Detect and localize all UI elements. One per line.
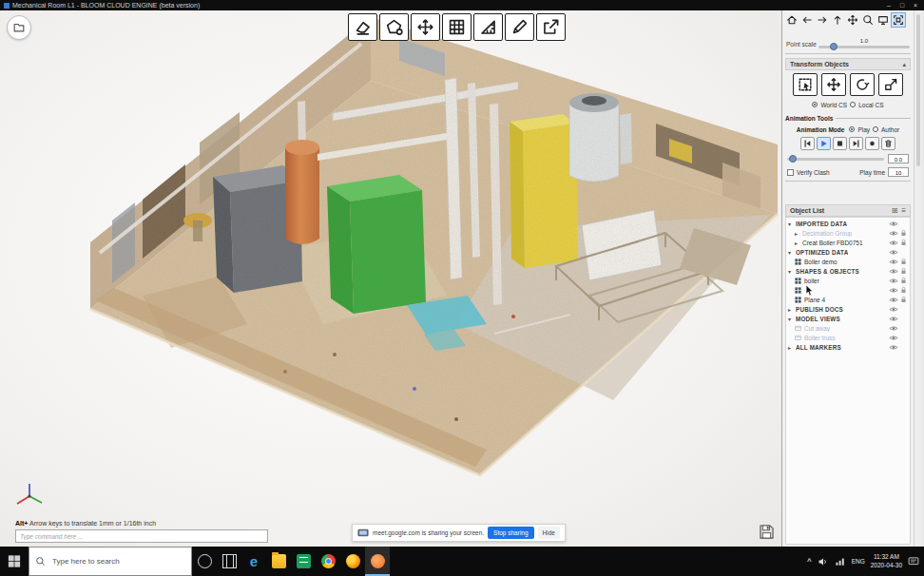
visibility-eye-icon[interactable] (889, 249, 898, 256)
arrow-right-button[interactable] (816, 13, 829, 27)
network-icon[interactable] (835, 556, 846, 567)
scrollbar-thumb[interactable] (916, 14, 920, 166)
visibility-eye-icon[interactable] (889, 278, 898, 284)
action-center-icon[interactable] (908, 556, 919, 567)
tree-row-decimation-group[interactable]: ▸Decimation Group (786, 228, 910, 238)
close-button[interactable]: × (909, 0, 922, 10)
rotate-object-button[interactable] (850, 73, 875, 96)
record-button[interactable] (865, 137, 879, 150)
arrow-left-button[interactable] (800, 13, 814, 27)
tree-row-boiler-truss[interactable]: Boiler truss (786, 333, 910, 342)
caret-right-icon[interactable]: ▸ (788, 344, 795, 351)
tree-row-all-markers[interactable]: ▸ALL MARKERS (786, 342, 910, 352)
timeline-slider[interactable] (787, 158, 884, 161)
caret-right-icon[interactable]: ▸ (795, 240, 801, 246)
panel-scrollbar[interactable] (914, 10, 922, 547)
verify-clash-checkbox[interactable] (787, 169, 794, 176)
tree-row-publish-docs[interactable]: ▸PUBLISH DOCS (786, 304, 910, 314)
save-button[interactable] (758, 523, 776, 541)
taskbar-firefox-button[interactable] (340, 547, 365, 576)
visibility-eye-icon[interactable] (889, 335, 898, 341)
tray-expand-icon[interactable]: ^ (807, 557, 812, 566)
taskbar-bloom-app-button[interactable] (365, 547, 390, 576)
lasso-shape-button[interactable] (379, 13, 409, 41)
taskbar-cortana-button[interactable] (192, 547, 217, 576)
list-menu-icon[interactable]: ≡ (901, 205, 906, 216)
arrow-up-button[interactable] (831, 13, 844, 27)
point-scale-slider[interactable] (818, 46, 910, 48)
measure-button[interactable] (473, 13, 503, 41)
skip-start-button[interactable] (800, 137, 815, 150)
move-button[interactable] (411, 13, 440, 41)
tree-row-imported-data[interactable]: ▾IMPORTED DATA (786, 219, 910, 228)
lock-icon[interactable] (900, 296, 907, 303)
move-object-button[interactable] (821, 73, 846, 96)
visibility-eye-icon[interactable] (889, 240, 898, 246)
scale-object-button[interactable] (878, 73, 903, 96)
transform-objects-header[interactable]: Transform Objects ▴ (785, 58, 911, 70)
lock-icon[interactable] (900, 258, 907, 265)
taskbar-task-view-button[interactable] (217, 547, 241, 576)
play-mode-radio[interactable] (849, 126, 855, 132)
author-mode-radio[interactable] (873, 126, 878, 132)
timeline-value[interactable]: 0.0 (888, 154, 909, 163)
point-cloud-scene[interactable] (0, 10, 781, 547)
command-input[interactable] (15, 529, 268, 543)
visibility-eye-icon[interactable] (889, 297, 898, 303)
zoom-button[interactable] (861, 13, 875, 27)
screen-button[interactable] (876, 13, 890, 27)
start-button[interactable] (0, 547, 29, 576)
world-cs-radio[interactable] (812, 102, 818, 107)
caret-down-icon[interactable]: ▾ (788, 249, 795, 256)
taskbar-clock[interactable]: 11:32 AM 2020-04-30 (871, 553, 902, 568)
visibility-eye-icon[interactable] (889, 259, 898, 265)
visibility-eye-icon[interactable] (889, 221, 898, 227)
stop-button[interactable] (833, 137, 847, 150)
visibility-eye-icon[interactable] (889, 230, 898, 237)
visibility-eye-icon[interactable] (889, 287, 898, 294)
language-indicator[interactable]: ENG (852, 558, 865, 565)
lock-icon[interactable] (900, 286, 907, 294)
play-time-input[interactable]: 10 (888, 167, 909, 177)
skip-end-button[interactable] (849, 137, 863, 150)
lock-icon[interactable] (900, 277, 907, 284)
caret-down-icon[interactable]: ▾ (788, 316, 795, 322)
caret-down-icon[interactable]: ▾ (788, 268, 795, 275)
taskbar-search-input[interactable] (29, 547, 191, 575)
stop-sharing-button[interactable]: Stop sharing (488, 527, 534, 539)
lock-icon[interactable] (900, 239, 907, 246)
visibility-eye-icon[interactable] (889, 268, 898, 275)
tree-row-cut-away[interactable]: Cut away (786, 323, 910, 333)
collapse-icon[interactable]: ▴ (902, 61, 906, 68)
open-file-button[interactable] (7, 15, 31, 40)
eraser-button[interactable] (348, 13, 377, 41)
tree-row-creat-boiler-fbd0751[interactable]: ▸Creat Boiler FBD0751 (786, 238, 910, 247)
pencil-button[interactable] (505, 13, 534, 41)
local-cs-radio[interactable] (850, 102, 856, 107)
caret-right-icon[interactable]: ▸ (795, 230, 801, 237)
maximize-button[interactable]: □ (895, 0, 909, 10)
viewport-3d[interactable]: Alt+ Arrow keys to translate 1mm or 1/16… (0, 10, 781, 547)
volume-icon[interactable] (818, 556, 829, 567)
taskbar-file-explorer-button[interactable] (266, 547, 291, 576)
taskbar-chrome-button[interactable] (316, 547, 340, 576)
grid-button[interactable] (442, 13, 472, 41)
lock-icon[interactable] (900, 229, 907, 237)
taskbar-search[interactable] (29, 547, 192, 576)
delete-button[interactable] (881, 137, 895, 150)
tree-row-boiler-demo[interactable]: Boiler demo (786, 257, 910, 266)
visibility-eye-icon[interactable] (889, 316, 898, 322)
caret-right-icon[interactable]: ▸ (788, 306, 795, 313)
taskbar-sheets-button[interactable] (291, 547, 316, 576)
visibility-eye-icon[interactable] (889, 325, 898, 332)
pan-button[interactable] (846, 13, 859, 27)
select-object-button[interactable] (793, 73, 818, 96)
visibility-eye-icon[interactable] (889, 306, 898, 313)
add-object-icon[interactable]: ⊞ (892, 205, 898, 216)
minimize-button[interactable]: – (882, 0, 895, 10)
export-button[interactable] (536, 13, 566, 41)
hide-button[interactable]: Hide (538, 527, 560, 539)
home-button[interactable] (785, 13, 799, 27)
tree-row-shapes-objects[interactable]: ▾SHAPES & OBJECTS (786, 266, 910, 276)
visibility-eye-icon[interactable] (889, 344, 898, 351)
